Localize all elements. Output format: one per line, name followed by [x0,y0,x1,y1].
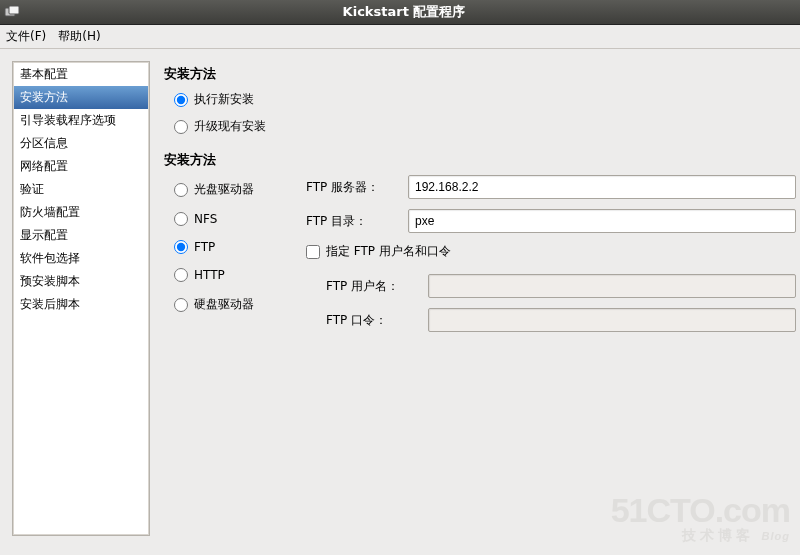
sidebar-item-label: 安装方法 [20,90,68,104]
sidebar-item-post-script[interactable]: 安装后脚本 [14,293,148,316]
client-area: 基本配置 安装方法 引导装载程序选项 分区信息 网络配置 验证 防火墙配置 显示… [0,49,800,555]
menu-file[interactable]: 文件(F) [6,28,46,45]
sidebar-item-label: 防火墙配置 [20,205,80,219]
radio-cdrom[interactable] [174,183,188,197]
radio-nfs-label: NFS [194,212,217,226]
main-content: 安装方法 执行新安装 升级现有安装 安装方法 光盘驱动器 NFS [164,61,798,553]
ftp-user-input[interactable] [428,274,796,298]
sidebar-item-label: 引导装载程序选项 [20,113,116,127]
sidebar-item-label: 网络配置 [20,159,68,173]
menu-help[interactable]: 帮助(H) [58,28,100,45]
radio-fresh-install[interactable] [174,93,188,107]
ftp-server-label: FTP 服务器： [306,179,400,196]
radio-nfs[interactable] [174,212,188,226]
sidebar-item-label: 预安装脚本 [20,274,80,288]
app-icon [4,4,20,20]
window-titlebar: Kickstart 配置程序 [0,0,800,25]
sidebar-item-label: 验证 [20,182,44,196]
sidebar-item-bootloader[interactable]: 引导装载程序选项 [14,109,148,132]
ftp-dir-input[interactable] [408,209,796,233]
sidebar: 基本配置 安装方法 引导装载程序选项 分区信息 网络配置 验证 防火墙配置 显示… [12,61,150,536]
ftp-pass-input[interactable] [428,308,796,332]
radio-http-label: HTTP [194,268,225,282]
sidebar-item-basic[interactable]: 基本配置 [14,63,148,86]
ftp-auth-checkbox-label: 指定 FTP 用户名和口令 [326,243,451,260]
sidebar-item-label: 软件包选择 [20,251,80,265]
ftp-pass-label: FTP 口令： [326,312,420,329]
sidebar-item-auth[interactable]: 验证 [14,178,148,201]
ftp-dir-label: FTP 目录： [306,213,400,230]
install-type-group: 执行新安装 升级现有安装 [174,91,796,135]
radio-http[interactable] [174,268,188,282]
sidebar-item-packages[interactable]: 软件包选择 [14,247,148,270]
ftp-auth-checkbox[interactable] [306,245,320,259]
radio-ftp-label: FTP [194,240,215,254]
sidebar-item-partition[interactable]: 分区信息 [14,132,148,155]
ftp-user-label: FTP 用户名： [326,278,420,295]
radio-hdd[interactable] [174,298,188,312]
radio-ftp[interactable] [174,240,188,254]
sidebar-item-label: 基本配置 [20,67,68,81]
sidebar-item-label: 安装后脚本 [20,297,80,311]
sidebar-item-label: 分区信息 [20,136,68,150]
sidebar-item-network[interactable]: 网络配置 [14,155,148,178]
svg-rect-1 [9,6,19,14]
radio-fresh-label: 执行新安装 [194,91,254,108]
sidebar-item-firewall[interactable]: 防火墙配置 [14,201,148,224]
radio-cdrom-label: 光盘驱动器 [194,181,254,198]
radio-upgrade-label: 升级现有安装 [194,118,266,135]
menubar: 文件(F) 帮助(H) [0,25,800,49]
install-source-group: 光盘驱动器 NFS FTP HTTP 硬盘驱动器 [174,177,294,327]
ftp-server-input[interactable] [408,175,796,199]
ftp-form: FTP 服务器： FTP 目录： 指定 FTP 用户名和口令 FTP 用户名： … [306,175,796,342]
sidebar-item-display[interactable]: 显示配置 [14,224,148,247]
sidebar-item-pre-script[interactable]: 预安装脚本 [14,270,148,293]
radio-upgrade-install[interactable] [174,120,188,134]
radio-hdd-label: 硬盘驱动器 [194,296,254,313]
section1-title: 安装方法 [164,65,796,83]
sidebar-item-label: 显示配置 [20,228,68,242]
window-title: Kickstart 配置程序 [28,3,780,21]
section2-title: 安装方法 [164,151,796,169]
sidebar-item-install-method[interactable]: 安装方法 [14,86,148,109]
